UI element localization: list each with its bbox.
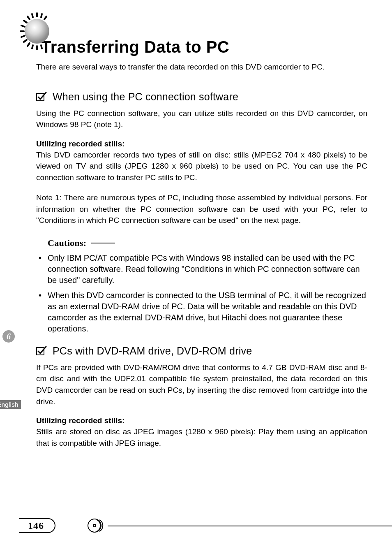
svg-line-7 <box>21 25 25 27</box>
cautions-label: Cautions: <box>48 238 86 248</box>
section2-p1: If PCs are provided with DVD-RAM/ROM dri… <box>36 362 367 407</box>
section1-stills-body: This DVD camcorder records two types of … <box>36 149 367 183</box>
svg-point-18 <box>93 524 96 527</box>
svg-line-5 <box>28 16 30 19</box>
svg-line-9 <box>21 36 25 37</box>
svg-line-10 <box>24 40 27 42</box>
disc-icon <box>87 517 108 535</box>
section2-title: PCs with DVD-RAM drive, DVD-ROM drive <box>53 345 252 357</box>
intro-text: There are several ways to transfer the d… <box>36 61 367 73</box>
footer-rule <box>108 526 392 526</box>
svg-line-6 <box>24 21 27 23</box>
section-dvd-ram: PCs with DVD-RAM drive, DVD-ROM drive If… <box>36 345 367 449</box>
cautions-rule <box>91 243 115 243</box>
language-label: English <box>0 400 21 409</box>
page-title: Transferring Data to PC <box>41 38 367 56</box>
caution-item: When this DVD camcorder is connected to … <box>39 290 367 334</box>
section1-note1: Note 1: There are numerous types of PC, … <box>36 192 367 226</box>
section2-stills-head: Utilizing recorded stills: <box>36 416 367 425</box>
section1-p1: Using the PC connection software, you ca… <box>36 108 367 130</box>
section1-stills-head: Utilizing recorded stills: <box>36 139 367 148</box>
page-number: 146 <box>19 518 55 533</box>
check-box-icon <box>36 346 47 355</box>
svg-line-11 <box>28 43 30 46</box>
section1-title: When using the PC connection software <box>53 91 238 103</box>
svg-line-14 <box>41 45 42 49</box>
page-footer: 146 <box>0 518 392 535</box>
section2-stills-body: Stills are stored on disc as JPEG images… <box>36 426 367 449</box>
svg-line-3 <box>44 16 46 19</box>
svg-line-4 <box>32 14 33 17</box>
section-pc-connection: When using the PC connection software Us… <box>36 91 367 226</box>
svg-line-12 <box>32 45 33 49</box>
cautions-block: Cautions: Only IBM PC/AT compatible PCs … <box>36 238 367 334</box>
chapter-logo-icon <box>16 11 58 52</box>
svg-line-2 <box>41 14 42 17</box>
check-box-icon <box>36 92 47 101</box>
chapter-number-badge: 6 <box>2 330 15 343</box>
svg-point-0 <box>25 19 49 44</box>
caution-item: Only IBM PC/AT compatible PCs with Windo… <box>39 253 367 286</box>
